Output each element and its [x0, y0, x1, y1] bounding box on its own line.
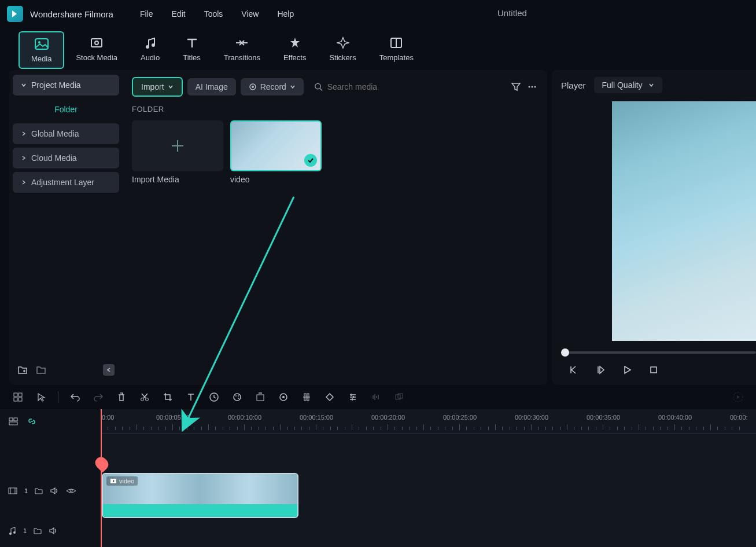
svg-point-9 — [252, 86, 254, 88]
import-button[interactable]: Import — [132, 77, 183, 97]
playhead[interactable] — [101, 409, 102, 547]
tab-label: Audio — [141, 53, 160, 62]
tab-stock-media[interactable]: Stock Media — [64, 31, 129, 69]
scrub-bar[interactable] — [561, 351, 756, 354]
record-button[interactable]: Record — [241, 78, 304, 96]
tab-templates[interactable]: Templates — [368, 31, 425, 69]
marker-tool[interactable] — [300, 391, 313, 403]
quality-value: Full Quality — [602, 80, 643, 90]
track-options-icon[interactable] — [8, 416, 19, 427]
svg-point-1 — [38, 41, 40, 43]
collapse-sidebar-button[interactable] — [103, 364, 115, 376]
crop-tool[interactable] — [161, 391, 174, 403]
step-button[interactable] — [592, 362, 609, 378]
audio-track-header[interactable]: 1 — [0, 513, 101, 547]
stock-icon — [90, 36, 104, 50]
folder-button[interactable]: Folder — [13, 99, 119, 120]
svg-point-12 — [529, 86, 530, 88]
ruler-tick: 00:00:35:00 — [587, 414, 620, 421]
render-preview-button[interactable] — [732, 391, 744, 403]
menu-view[interactable]: View — [233, 6, 267, 22]
sidebar-item-adjustment-layer[interactable]: Adjustment Layer — [13, 172, 119, 193]
folder-section-label: FOLDER — [132, 105, 538, 113]
audio-tool[interactable] — [370, 391, 382, 403]
more-icon[interactable] — [526, 81, 538, 93]
svg-point-10 — [315, 83, 320, 89]
keyframe-tool[interactable] — [277, 391, 290, 403]
mute-icon[interactable] — [49, 527, 58, 535]
stop-button[interactable] — [646, 362, 662, 378]
timeline-ruler[interactable]: 0:00 00:00:05:00 00:00:10:00 00:00:15:00… — [101, 409, 756, 434]
text-tool[interactable] — [185, 391, 197, 403]
video-preview[interactable] — [612, 101, 756, 341]
adjust-tool[interactable] — [346, 391, 359, 403]
tab-transitions[interactable]: Transitions — [212, 31, 272, 69]
tab-label: Media — [31, 54, 51, 63]
ruler-tick: 00:00:10:00 — [228, 414, 261, 421]
ai-image-button[interactable]: AI Image — [187, 78, 236, 96]
play-button[interactable] — [619, 362, 635, 378]
tab-audio[interactable]: Audio — [129, 31, 171, 69]
ruler-tick: 00:00: — [730, 414, 748, 421]
render-tool[interactable] — [393, 391, 405, 403]
new-folder-icon[interactable] — [17, 365, 28, 375]
link-icon[interactable] — [27, 416, 37, 427]
menu-help[interactable]: Help — [269, 6, 302, 22]
menu-edit[interactable]: Edit — [164, 6, 194, 22]
video-track-header[interactable]: 1 — [0, 468, 101, 513]
tab-media[interactable]: Media — [19, 31, 64, 69]
media-card-label: Import Media — [132, 175, 223, 184]
redo-button[interactable] — [92, 391, 105, 403]
folder-icon[interactable] — [34, 527, 42, 534]
video-clip[interactable]: video — [102, 473, 298, 518]
mask-tool[interactable] — [254, 391, 267, 403]
chevron-down-icon — [290, 85, 296, 89]
menu-tools[interactable]: Tools — [196, 6, 231, 22]
cursor-tool[interactable] — [35, 391, 47, 403]
sidebar-item-cloud-media[interactable]: Cloud Media — [13, 148, 119, 168]
chevron-right-icon — [21, 155, 27, 161]
app-logo — [7, 6, 23, 22]
search-input[interactable] — [327, 82, 500, 91]
visibility-icon[interactable] — [66, 487, 76, 494]
delete-button[interactable] — [115, 391, 128, 403]
ruler-tick: 00:00:40:00 — [658, 414, 692, 421]
clip-label: video — [106, 476, 138, 486]
svg-point-3 — [95, 41, 98, 45]
tab-effects[interactable]: Effects — [272, 31, 318, 69]
motion-tool[interactable] — [323, 391, 336, 403]
titles-icon — [185, 36, 199, 50]
grid-tool[interactable] — [12, 391, 24, 403]
cut-tool[interactable] — [138, 391, 151, 403]
video-media-card[interactable]: video — [230, 120, 322, 184]
checkmark-icon — [304, 154, 317, 167]
ruler-tick: 0:00 — [102, 414, 114, 421]
import-media-card[interactable]: Import Media — [132, 120, 223, 184]
svg-point-31 — [282, 396, 285, 398]
svg-rect-20 — [14, 398, 17, 401]
video-thumb[interactable] — [230, 120, 322, 171]
ruler-tick: 00:00:15:00 — [300, 414, 333, 421]
prev-frame-button[interactable] — [566, 362, 582, 378]
import-media-thumb[interactable] — [132, 120, 223, 171]
timeline-tracks-area[interactable]: 0:00 00:00:05:00 00:00:10:00 00:00:15:00… — [101, 409, 756, 547]
tab-titles[interactable]: Titles — [171, 31, 212, 69]
folder-icon[interactable] — [35, 487, 43, 494]
color-tool[interactable] — [231, 391, 244, 403]
sidebar-item-global-media[interactable]: Global Media — [13, 123, 119, 144]
filter-icon[interactable] — [510, 81, 522, 93]
menu-file[interactable]: File — [132, 6, 161, 22]
undo-button[interactable] — [69, 391, 82, 403]
search-box[interactable] — [308, 78, 506, 96]
audio-track-number: 1 — [23, 527, 27, 534]
speed-tool[interactable] — [208, 391, 220, 403]
mute-icon[interactable] — [50, 487, 59, 495]
tabs-row: Media Stock Media Audio Titles Transitio… — [0, 28, 756, 70]
project-media-button[interactable]: Project Media — [13, 75, 119, 96]
svg-rect-38 — [14, 418, 17, 421]
quality-select[interactable]: Full Quality — [594, 77, 662, 93]
folder-icon[interactable] — [36, 365, 46, 375]
tab-stickers[interactable]: Stickers — [318, 31, 367, 69]
scrub-handle[interactable] — [561, 348, 569, 357]
media-area: Import AI Image Record — [123, 70, 547, 385]
